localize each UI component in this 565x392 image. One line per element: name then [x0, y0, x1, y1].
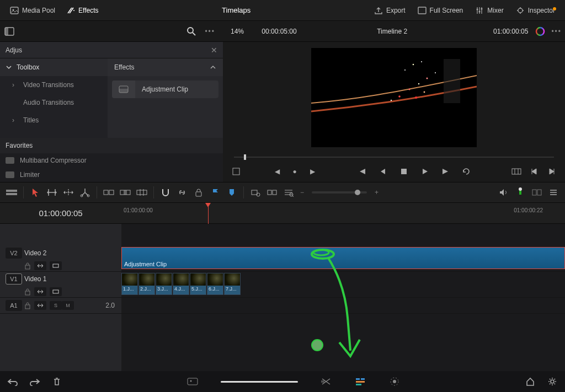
effects-tab[interactable]: Effects [61, 4, 104, 17]
mixer-button[interactable]: Mixer [470, 4, 509, 17]
toolbox-item-video-transitions[interactable]: ›Video Transitions [0, 76, 108, 94]
link-icon[interactable] [175, 185, 189, 200]
track-header-v1[interactable]: V1Video 1 [0, 272, 121, 297]
timeline-ruler[interactable]: 01:00:00:00 01:00:00:22 [121, 203, 565, 223]
options-menu-icon[interactable]: ••• [201, 28, 218, 35]
overwrite-clip-icon[interactable] [118, 185, 132, 200]
dynamic-trim-icon[interactable] [61, 185, 76, 200]
marker-icon[interactable] [225, 185, 239, 200]
media-pool-tab[interactable]: Media Pool [4, 4, 61, 17]
zoom-out-icon[interactable]: − [300, 189, 304, 196]
zoom-fit-icon[interactable] [265, 185, 279, 200]
auto-select-icon[interactable] [34, 261, 46, 270]
play-icon[interactable] [419, 166, 430, 177]
next-frame-icon[interactable]: ▶ [307, 166, 318, 177]
auto-select-icon[interactable] [34, 287, 46, 296]
audio-level-icon[interactable] [513, 185, 527, 200]
go-start-icon[interactable] [356, 166, 367, 177]
video-clip[interactable]: 1.J... [121, 273, 138, 295]
next-edit-icon[interactable] [546, 166, 557, 177]
video-clip[interactable]: 4.J... [173, 273, 189, 295]
prev-edit-icon[interactable] [529, 166, 540, 177]
scrub-playhead[interactable] [244, 154, 246, 160]
zoom-selection-icon[interactable] [248, 185, 263, 200]
fusion-page-icon[interactable] [388, 375, 401, 388]
video-clip[interactable]: 7.J... [224, 273, 241, 295]
inspector-button[interactable]: Inspector [510, 4, 561, 17]
prev-frame-icon[interactable]: ◀ [271, 166, 282, 177]
lock-icon[interactable] [24, 302, 31, 309]
match-frame-icon[interactable] [511, 166, 522, 177]
track-visible-icon[interactable] [50, 261, 62, 270]
video-clip[interactable]: 5.J... [190, 273, 206, 295]
timeline-view-icon[interactable] [4, 185, 19, 200]
zoom-slider-thumb[interactable] [355, 190, 360, 195]
viewer-options-icon[interactable]: ••• [548, 28, 565, 35]
timeline-counter[interactable]: 01:00:00:05 [0, 203, 121, 223]
media-page-icon[interactable] [186, 375, 199, 388]
zoom-slider[interactable] [312, 191, 367, 194]
mute-button[interactable]: M [62, 301, 74, 310]
loop-icon[interactable] [461, 166, 472, 177]
source-timecode[interactable]: 00:00:05:00 [252, 28, 307, 35]
dual-viewer-icon[interactable] [530, 185, 544, 200]
favorite-item[interactable]: Limiter [0, 168, 223, 182]
redo-icon[interactable] [29, 375, 41, 388]
blade-tool-icon[interactable] [78, 185, 92, 200]
edit-page-icon[interactable] [354, 375, 366, 388]
fullscreen-button[interactable]: Full Screen [412, 4, 469, 17]
flag-icon[interactable] [208, 185, 222, 200]
track-body-v2[interactable]: Adjustment Clip [121, 246, 565, 271]
solo-button[interactable]: S [50, 301, 62, 310]
undo-icon[interactable] [7, 375, 19, 388]
video-clip[interactable]: 6.J... [207, 273, 223, 295]
lock-icon[interactable] [24, 262, 31, 270]
search-icon[interactable] [186, 26, 197, 37]
toolbox-item-titles[interactable]: ›Titles [0, 111, 108, 129]
lock-icon[interactable] [191, 185, 206, 200]
keyframe-icon[interactable]: ● [289, 166, 300, 177]
zoom-in-icon[interactable]: + [375, 189, 379, 196]
track-badge-a1[interactable]: A1 [6, 300, 22, 311]
replace-clip-icon[interactable] [135, 185, 149, 200]
track-badge-v2[interactable]: V2 [6, 248, 22, 259]
video-clip[interactable]: 3.J... [156, 273, 172, 295]
clear-filter-icon[interactable]: ✕ [211, 46, 217, 55]
effects-group-header[interactable]: Effects [108, 58, 223, 76]
viewer-zoom[interactable]: 14% [223, 28, 252, 35]
cut-page-icon[interactable] [320, 375, 332, 388]
export-button[interactable]: Export [369, 4, 411, 17]
favorite-item[interactable]: Multiband Compressor [0, 153, 223, 168]
viewer-canvas[interactable] [311, 48, 477, 147]
go-end-icon[interactable] [440, 166, 451, 177]
video-clip[interactable]: 2.J... [138, 273, 155, 295]
step-back-icon[interactable] [377, 166, 388, 177]
home-icon[interactable] [524, 375, 536, 388]
panel-layout-icon[interactable] [4, 27, 14, 36]
clip-adjustment[interactable]: Adjustment Clip [121, 247, 565, 269]
menu-icon[interactable] [546, 185, 561, 200]
crop-tool-icon[interactable] [231, 166, 242, 177]
trim-tool-icon[interactable] [45, 185, 59, 200]
stop-icon[interactable] [398, 166, 409, 177]
snap-icon[interactable] [158, 185, 173, 200]
effects-filter-input[interactable] [6, 46, 211, 54]
toolbox-item-audio-transitions[interactable]: Audio Transitions [0, 94, 108, 111]
track-body-a1[interactable] [121, 298, 565, 313]
track-header-a1[interactable]: A1 S M 2.0 [0, 298, 121, 313]
timeline-name[interactable]: Timeline 2 [307, 28, 477, 35]
lock-icon[interactable] [24, 288, 31, 296]
auto-select-icon[interactable] [34, 301, 46, 310]
track-visible-icon[interactable] [50, 287, 62, 296]
playhead-timecode[interactable]: 01:00:00:05 [477, 28, 532, 35]
toolbox-header[interactable]: Toolbox [0, 58, 108, 76]
viewer-scrubber[interactable] [234, 153, 554, 161]
zoom-detail-icon[interactable] [281, 185, 296, 200]
track-body-v1[interactable]: 1.J... 2.J... 3.J... 4.J... 5.J... 6.J..… [121, 272, 565, 297]
insert-clip-icon[interactable] [102, 185, 116, 200]
track-header-v2[interactable]: V2Video 2 [0, 246, 121, 271]
track-badge-v1[interactable]: V1 [6, 273, 22, 284]
effect-adjustment-clip[interactable]: Adjustment Clip [112, 80, 218, 98]
trash-icon[interactable] [51, 375, 63, 388]
settings-icon[interactable] [546, 375, 558, 388]
